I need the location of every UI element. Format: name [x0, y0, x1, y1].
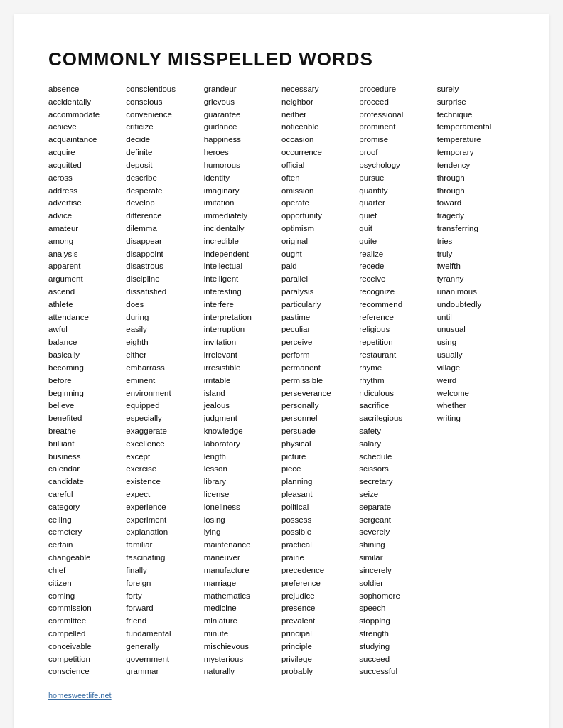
word-item: dilemma: [126, 223, 203, 235]
word-item: careful: [48, 488, 126, 501]
word-item: schedule: [359, 451, 436, 464]
column-4: procedureproceedprofessionalprominentpro…: [359, 83, 436, 678]
word-item: decide: [126, 134, 203, 146]
word-item: tries: [437, 235, 515, 248]
word-item: grammar: [126, 665, 203, 678]
word-item: committee: [48, 615, 126, 628]
word-item: manufacture: [204, 564, 282, 577]
footer-link[interactable]: homesweetlife.net: [48, 691, 515, 700]
word-item: grandeur: [204, 83, 282, 96]
page: COMMONLY MISSPELLED WORDS absenceacciden…: [14, 14, 549, 728]
word-item: before: [48, 375, 126, 387]
word-item: incidentally: [204, 223, 282, 235]
word-item: speech: [359, 602, 436, 615]
word-item: candidate: [48, 476, 126, 488]
word-item: surely: [437, 83, 515, 96]
word-item: ridiculous: [359, 387, 436, 400]
word-item: competition: [48, 653, 126, 666]
word-item: restaurant: [359, 349, 436, 362]
word-item: friend: [126, 615, 203, 628]
word-item: prejudice: [282, 590, 359, 603]
word-item: conscientious: [126, 83, 203, 96]
word-item: truly: [437, 248, 515, 261]
word-item: lesson: [204, 463, 282, 476]
word-item: forty: [126, 590, 203, 603]
word-item: fundamental: [126, 628, 203, 641]
word-item: humorous: [204, 159, 282, 172]
word-item: experience: [126, 501, 203, 514]
word-item: generally: [126, 641, 203, 653]
word-item: maintenance: [204, 539, 282, 552]
word-item: neighbor: [282, 96, 359, 109]
word-item: professional: [359, 109, 436, 122]
word-item: studying: [359, 641, 436, 653]
word-item: through: [437, 172, 515, 185]
word-item: becoming: [48, 362, 126, 375]
word-item: analysis: [48, 248, 126, 261]
word-item: realize: [359, 248, 436, 261]
word-item: parallel: [282, 273, 359, 286]
word-item: immediately: [204, 210, 282, 223]
word-item: desperate: [126, 185, 203, 198]
word-item: perseverance: [282, 387, 359, 400]
word-item: lying: [204, 526, 282, 539]
word-item: severely: [359, 526, 436, 539]
word-item: across: [48, 172, 126, 185]
word-item: deposit: [126, 159, 203, 172]
word-item: cemetery: [48, 526, 126, 539]
word-item: prominent: [359, 121, 436, 134]
word-item: preference: [282, 577, 359, 590]
word-item: acquitted: [48, 159, 126, 172]
word-item: length: [204, 451, 282, 464]
word-item: sincerely: [359, 564, 436, 577]
word-item: attendance: [48, 311, 126, 324]
word-item: argument: [48, 273, 126, 286]
word-item: succeed: [359, 653, 436, 666]
word-item: unusual: [437, 323, 515, 336]
word-item: beginning: [48, 387, 126, 400]
word-item: reference: [359, 311, 436, 324]
word-item: temperature: [437, 134, 515, 146]
word-item: personally: [282, 400, 359, 412]
word-item: ascend: [48, 286, 126, 299]
word-item: especially: [126, 412, 203, 425]
word-item: apparent: [48, 260, 126, 273]
word-item: independent: [204, 248, 282, 261]
word-item: prevalent: [282, 615, 359, 628]
word-item: procedure: [359, 83, 436, 96]
word-item: noticeable: [282, 121, 359, 134]
word-item: business: [48, 451, 126, 464]
column-0: absenceaccidentallyaccommodateachieveacq…: [48, 83, 126, 678]
word-item: irritable: [204, 375, 282, 387]
word-item: environment: [126, 387, 203, 400]
word-item: intelligent: [204, 273, 282, 286]
word-item: tendency: [437, 159, 515, 172]
word-item: occurrence: [282, 146, 359, 159]
word-item: excellence: [126, 438, 203, 451]
word-item: pastime: [282, 311, 359, 324]
word-item: using: [437, 336, 515, 349]
column-1: conscientiousconsciousconveniencecritici…: [126, 83, 203, 678]
word-item: sophomore: [359, 590, 436, 603]
word-item: among: [48, 235, 126, 248]
word-item: maneuver: [204, 552, 282, 564]
word-item: disappear: [126, 235, 203, 248]
word-item: religious: [359, 323, 436, 336]
word-item: except: [126, 451, 203, 464]
word-item: optimism: [282, 223, 359, 235]
word-item: license: [204, 488, 282, 501]
word-item: rhyme: [359, 362, 436, 375]
word-item: does: [126, 299, 203, 311]
word-item: miniature: [204, 615, 282, 628]
word-item: writing: [437, 412, 515, 425]
word-item: grievous: [204, 96, 282, 109]
word-item: compelled: [48, 628, 126, 641]
word-item: finally: [126, 564, 203, 577]
word-item: convenience: [126, 109, 203, 122]
word-item: either: [126, 349, 203, 362]
word-item: criticize: [126, 121, 203, 134]
word-item: invitation: [204, 336, 282, 349]
word-item: library: [204, 476, 282, 488]
word-item: paralysis: [282, 286, 359, 299]
word-item: physical: [282, 438, 359, 451]
